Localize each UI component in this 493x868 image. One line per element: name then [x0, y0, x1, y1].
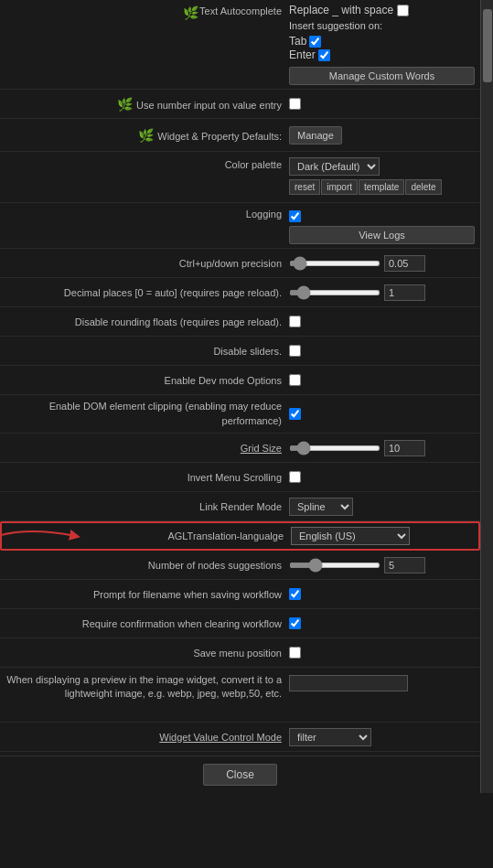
palette-tabs: reset import template delete — [289, 179, 442, 195]
color-palette-select[interactable]: Dark (Default) — [289, 157, 380, 176]
number-input-checkbox[interactable] — [289, 98, 301, 110]
require-confirmation-row: Require confirmation when clearing workf… — [0, 609, 480, 638]
invert-menu-content — [289, 471, 475, 483]
widget-defaults-manage-button[interactable]: Manage — [289, 126, 342, 145]
link-render-mode-select[interactable]: Spline Linear Straight — [289, 498, 353, 516]
decimal-places-input[interactable]: 1 — [384, 284, 425, 301]
color-palette-content: Dark (Default) reset import template del… — [289, 157, 475, 195]
save-menu-position-checkbox[interactable] — [289, 647, 301, 659]
preview-image-input[interactable] — [289, 675, 408, 691]
grid-size-slider[interactable] — [289, 445, 380, 451]
preview-image-row: When displaying a preview in the image w… — [0, 668, 480, 723]
decimal-places-slider[interactable] — [289, 290, 380, 295]
disable-sliders-checkbox[interactable] — [289, 345, 301, 357]
arrow-indicator — [0, 522, 93, 550]
ctrl-precision-row: Ctrl+up/down precision 0.05 — [0, 249, 480, 278]
node-suggestions-slider[interactable] — [289, 563, 380, 568]
agl-translation-row: AGLTranslation-langualge English (US) Fr… — [0, 521, 480, 551]
enter-row: Enter — [289, 48, 475, 61]
node-suggestions-input[interactable]: 5 — [384, 557, 425, 573]
insert-suggestion-label: Insert suggestion on: — [289, 20, 475, 31]
widget-defaults-label: 🌿 Widget & Property Defaults: — [5, 128, 289, 142]
logging-section: Logging View Logs — [0, 203, 480, 249]
palette-import-tab[interactable]: import — [321, 179, 358, 195]
replace-checkbox[interactable] — [397, 5, 409, 16]
tab-checkbox[interactable] — [309, 36, 321, 48]
number-input-content — [289, 98, 475, 110]
scrollbar[interactable] — [480, 0, 493, 793]
require-confirmation-checkbox[interactable] — [289, 617, 301, 629]
palette-delete-tab[interactable]: delete — [405, 179, 441, 195]
widget-defaults-row: 🌿 Widget & Property Defaults: Manage — [0, 119, 480, 152]
tab-enter-container: Tab Enter — [289, 35, 475, 61]
invert-menu-row: Invert Menu Scrolling — [0, 463, 480, 492]
ctrl-precision-slider[interactable] — [289, 261, 380, 266]
enable-dev-mode-checkbox[interactable] — [289, 374, 301, 386]
enable-dom-clipping-label: Enable DOM element clipping (enabling ma… — [5, 400, 289, 428]
enable-dom-clipping-content — [289, 408, 475, 420]
grid-size-row: Grid Size 10 — [0, 434, 480, 463]
leaf-icon: 🌿 — [183, 5, 196, 18]
disable-rounding-row: Disable rounding floats (requires page r… — [0, 307, 480, 337]
leaf-icon-3: 🌿 — [138, 128, 151, 141]
preview-image-content — [289, 673, 475, 691]
enter-checkbox[interactable] — [318, 49, 330, 61]
link-render-mode-content: Spline Linear Straight — [289, 498, 475, 516]
widget-value-control-select[interactable]: filter after before — [289, 728, 371, 746]
ctrl-precision-slider-container: 0.05 — [289, 255, 425, 272]
enable-dev-mode-label: Enable Dev mode Options — [5, 375, 289, 386]
number-input-row: 🌿 Use number input on value entry — [0, 90, 480, 119]
prompt-filename-row: Prompt for filename when saving workflow — [0, 580, 480, 609]
palette-reset-tab[interactable]: reset — [289, 179, 320, 195]
view-logs-button[interactable]: View Logs — [289, 226, 475, 244]
link-render-mode-row: Link Render Mode Spline Linear Straight — [0, 492, 480, 521]
node-suggestions-row: Number of nodes suggestions 5 — [0, 551, 480, 580]
node-suggestions-content: 5 — [289, 557, 475, 573]
agl-translation-content: English (US) French German Spanish Chine… — [291, 527, 473, 545]
node-suggestions-slider-container: 5 — [289, 557, 425, 573]
color-palette-row: Color palette Dark (Default) reset impor… — [0, 152, 480, 203]
close-button[interactable]: Close — [203, 764, 277, 786]
disable-sliders-label: Disable sliders. — [5, 346, 289, 357]
number-input-label: 🌿 Use number input on value entry — [5, 97, 289, 111]
prompt-filename-checkbox[interactable] — [289, 588, 301, 600]
replace-label: Replace _ with space — [289, 4, 393, 16]
arrow-svg — [0, 522, 93, 550]
decimal-slider-container: 1 — [289, 284, 425, 301]
link-render-mode-label: Link Render Mode — [5, 501, 289, 512]
close-button-row: Close — [0, 755, 480, 793]
widget-defaults-content: Manage — [289, 126, 475, 145]
ctrl-precision-content: 0.05 — [289, 255, 475, 272]
preview-image-label: When displaying a preview in the image w… — [5, 673, 289, 702]
disable-sliders-row: Disable sliders. — [0, 337, 480, 366]
scrollbar-thumb[interactable] — [483, 9, 492, 82]
grid-size-input[interactable]: 10 — [384, 440, 425, 456]
decimal-places-row: Decimal places [0 = auto] (requires page… — [0, 278, 480, 307]
enable-dom-clipping-checkbox[interactable] — [289, 408, 301, 420]
save-menu-position-row: Save menu position — [0, 638, 480, 668]
manage-custom-words-button[interactable]: Manage Custom Words — [289, 67, 475, 85]
grid-size-slider-container: 10 — [289, 440, 425, 456]
require-confirmation-content — [289, 617, 475, 629]
color-palette-label: Color palette — [5, 157, 289, 170]
tab-row: Tab — [289, 35, 475, 48]
prompt-filename-label: Prompt for filename when saving workflow — [5, 589, 289, 600]
save-menu-position-label: Save menu position — [5, 648, 289, 659]
ctrl-precision-input[interactable]: 0.05 — [384, 255, 425, 272]
palette-template-tab[interactable]: template — [359, 179, 404, 195]
logging-label: Logging — [5, 207, 289, 244]
logging-checkbox[interactable] — [289, 210, 301, 222]
disable-rounding-checkbox[interactable] — [289, 316, 301, 327]
decimal-places-content: 1 — [289, 284, 475, 301]
invert-menu-checkbox[interactable] — [289, 471, 301, 483]
text-autocomplete-content: Replace _ with space Insert suggestion o… — [289, 4, 475, 85]
enable-dev-mode-row: Enable Dev mode Options — [0, 366, 480, 395]
widget-value-control-row: Widget Value Control Mode filter after b… — [0, 723, 480, 752]
grid-size-content: 10 — [289, 440, 475, 456]
text-autocomplete-section: 🌿 Text Autocomplete Replace _ with space… — [0, 0, 480, 90]
decimal-places-label: Decimal places [0 = auto] (requires page… — [5, 287, 289, 298]
agl-translation-select[interactable]: English (US) French German Spanish Chine… — [291, 527, 410, 545]
disable-sliders-content — [289, 345, 475, 357]
replace-row: Replace _ with space — [289, 4, 475, 16]
ctrl-precision-label: Ctrl+up/down precision — [5, 258, 289, 269]
